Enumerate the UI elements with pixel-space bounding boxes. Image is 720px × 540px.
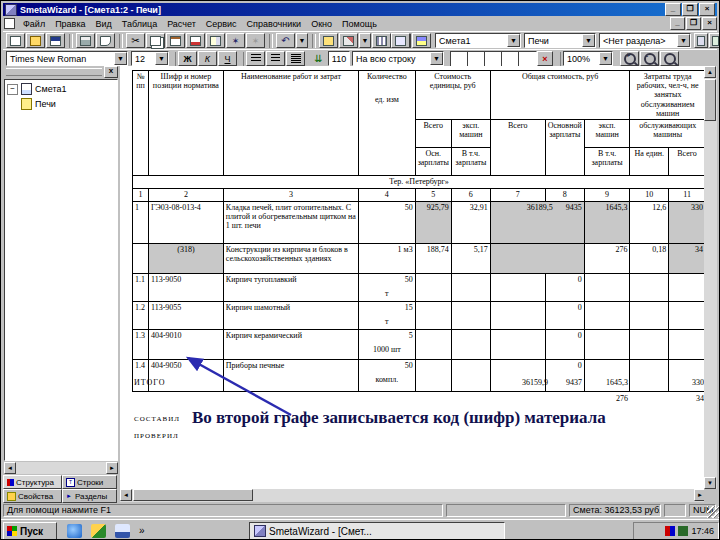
panel-grip[interactable] xyxy=(6,68,102,76)
tab-sections[interactable]: ► Разделы xyxy=(62,489,117,503)
cell-value[interactable] xyxy=(584,301,630,329)
start-button[interactable]: Пуск xyxy=(3,522,57,540)
undo-dropdown-button[interactable]: ▼ xyxy=(296,33,308,48)
wizard-button[interactable]: ✶ xyxy=(226,33,245,48)
combo-arrow-icon[interactable]: ▼ xyxy=(677,34,690,47)
tab-rows[interactable]: Т Строки xyxy=(62,475,117,489)
close-button[interactable]: × xyxy=(699,3,715,16)
cell-pos[interactable]: 1.3 xyxy=(133,329,149,359)
cell-qty[interactable]: 50компл. xyxy=(359,359,416,391)
table-mode-button[interactable] xyxy=(319,33,338,48)
cell-value[interactable] xyxy=(490,301,545,329)
menu-calc[interactable]: Расчет xyxy=(162,19,201,29)
section-combo[interactable]: <Нет раздела>▼ xyxy=(599,33,691,48)
cell-value[interactable] xyxy=(630,359,669,391)
properties-button[interactable] xyxy=(391,33,410,48)
restore-button[interactable]: ❒ xyxy=(682,3,698,16)
cell-pos[interactable]: 1.1 xyxy=(133,273,149,301)
tab-structure[interactable]: Структура xyxy=(3,475,62,489)
cell-value[interactable]: 188,74 xyxy=(415,243,451,273)
task-button-smetawizard[interactable]: SmetaWizard - [Смет... xyxy=(249,522,505,540)
quicklaunch-ie-icon[interactable] xyxy=(67,524,82,538)
cell-value[interactable] xyxy=(490,273,545,301)
insert-row-button[interactable] xyxy=(186,33,205,48)
draw-dropdown-button[interactable]: ▼ xyxy=(359,33,371,48)
cell-value[interactable] xyxy=(669,273,706,301)
cell-value[interactable] xyxy=(451,329,490,359)
tray-clock[interactable]: 17:46 xyxy=(691,526,714,536)
preview-button[interactable] xyxy=(96,33,115,48)
cell-qty[interactable]: 1 м3 xyxy=(359,243,416,273)
special-mark-button[interactable]: ⇊ xyxy=(309,51,328,66)
cell-name[interactable]: Кирпич шамотный xyxy=(223,301,358,329)
cell-qty[interactable]: 15т xyxy=(359,301,416,329)
menu-reference[interactable]: Справочники xyxy=(242,19,307,29)
tree-expander-icon[interactable]: − xyxy=(7,84,18,95)
new-button[interactable] xyxy=(6,33,25,48)
menu-edit[interactable]: Правка xyxy=(50,19,90,29)
cell-value[interactable] xyxy=(415,273,451,301)
cell-value[interactable] xyxy=(490,243,584,273)
zoom-out-button[interactable]: - xyxy=(640,51,659,66)
document-combo[interactable]: Смета1▼ xyxy=(435,33,521,48)
menu-window[interactable]: Окно xyxy=(306,19,337,29)
cell-name[interactable]: Приборы печные xyxy=(223,359,358,391)
menu-help[interactable]: Помощь xyxy=(337,19,382,29)
format-button[interactable] xyxy=(206,33,225,48)
cell-value[interactable] xyxy=(451,359,490,391)
cell-code[interactable]: 113-9050 xyxy=(148,273,223,301)
menu-file[interactable]: Файл xyxy=(18,19,50,29)
tray-display-icon[interactable] xyxy=(665,526,675,536)
menu-view[interactable]: Вид xyxy=(91,19,117,29)
print-button[interactable] xyxy=(76,33,95,48)
cell-name[interactable]: Конструкции из кирпича и блоков в сельск… xyxy=(223,243,358,273)
cell-value[interactable] xyxy=(584,329,630,359)
cell-value[interactable]: 32,91 xyxy=(451,201,490,243)
save-button[interactable] xyxy=(46,33,65,48)
cell-value[interactable]: 12,6 xyxy=(630,201,669,243)
cell-code[interactable]: ГЭ03-08-013-4 xyxy=(148,201,223,243)
cell-value[interactable]: 0 xyxy=(545,273,584,301)
align-left-button[interactable] xyxy=(246,51,265,66)
quicklaunch-chevron-icon[interactable]: » xyxy=(139,524,145,538)
mdi-minimize-button[interactable]: _ xyxy=(670,17,685,30)
combo-arrow-icon[interactable]: ▼ xyxy=(155,52,168,65)
zoom-combo[interactable]: 100%▼ xyxy=(563,51,613,66)
cell-name[interactable]: Кирпич керамический xyxy=(223,329,358,359)
cell-value[interactable]: 5,17 xyxy=(451,243,490,273)
combo-arrow-icon[interactable]: ▼ xyxy=(582,34,595,47)
cell-value[interactable] xyxy=(669,301,706,329)
fit-combo[interactable]: На всю строку▼ xyxy=(352,51,444,66)
clear-borders-button[interactable]: × xyxy=(537,51,553,66)
v-scroll-thumb[interactable] xyxy=(704,79,716,121)
cell-value[interactable] xyxy=(630,329,669,359)
cell-value[interactable] xyxy=(415,301,451,329)
border-cell-5[interactable] xyxy=(518,51,537,67)
scale-field[interactable]: 110 xyxy=(328,51,350,66)
mdi-document-icon[interactable] xyxy=(4,18,15,29)
align-center-button[interactable] xyxy=(266,51,285,66)
h-scroll-thumb[interactable] xyxy=(133,489,253,501)
structure-view-button[interactable] xyxy=(412,33,431,48)
combo-arrow-icon[interactable]: ▼ xyxy=(599,52,612,65)
tree-item-pechi[interactable]: Печи xyxy=(21,98,115,110)
draw-button[interactable] xyxy=(339,33,358,48)
copy-button[interactable] xyxy=(146,33,165,48)
minimize-button[interactable]: _ xyxy=(665,3,681,16)
scroll-down-icon[interactable]: ▼ xyxy=(704,477,716,489)
cell-value[interactable]: 0 xyxy=(545,301,584,329)
cell-value[interactable]: 330 xyxy=(669,201,706,243)
cell-pos[interactable]: 1 xyxy=(133,201,149,243)
cell-value[interactable]: 0 xyxy=(545,329,584,359)
tab-properties[interactable]: Свойства xyxy=(3,489,62,503)
zoom-fit-button[interactable] xyxy=(660,51,679,66)
cut-button[interactable]: ✂ xyxy=(126,33,145,48)
cell-value[interactable]: 1645,3 xyxy=(584,201,630,243)
quicklaunch-mail-icon[interactable] xyxy=(91,524,106,538)
tree-item-smeta[interactable]: − Смета1 xyxy=(7,83,115,95)
cell-value[interactable] xyxy=(630,301,669,329)
cell-code[interactable]: (318) xyxy=(148,243,223,273)
cell-value[interactable]: 36189,59435 xyxy=(490,201,584,243)
panel-h-scrollbar[interactable]: ◄ ► xyxy=(4,462,118,474)
open-button[interactable] xyxy=(26,33,45,48)
